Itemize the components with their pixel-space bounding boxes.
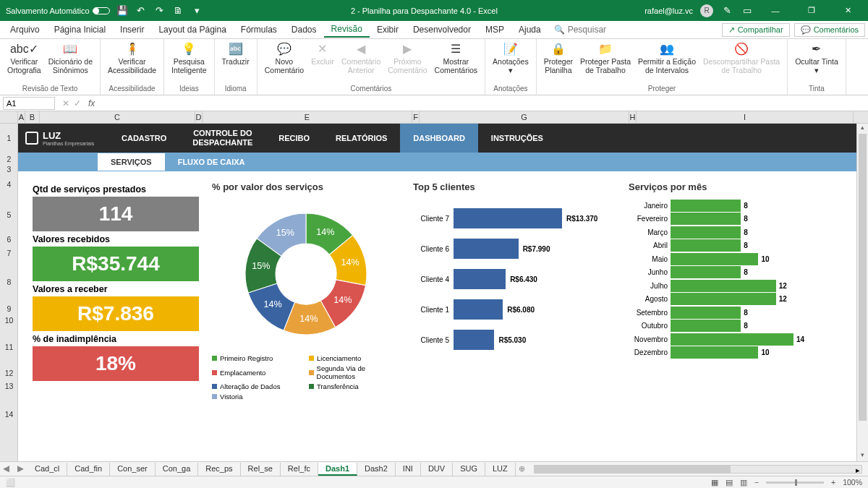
- ribbon-proteger-planilha[interactable]: 🔒ProtegerPlanilha: [541, 40, 576, 76]
- nav-cadastro[interactable]: CADASTRO: [109, 124, 179, 153]
- vertical-scrollbar[interactable]: ▴ ▾: [856, 124, 868, 461]
- name-box[interactable]: [3, 97, 55, 110]
- menu-tab-página-inicial[interactable]: Página Inicial: [47, 22, 113, 37]
- row-header-5[interactable]: 5: [0, 196, 18, 234]
- col-header-H[interactable]: H: [629, 111, 637, 124]
- ribbon-traduzir[interactable]: 🔤Traduzir: [219, 40, 252, 68]
- col-header-D[interactable]: D: [195, 111, 203, 124]
- menu-tab-revisão[interactable]: Revisão: [324, 22, 370, 38]
- ribbon-novo-comentário[interactable]: 💬NovoComentário: [262, 40, 307, 76]
- toggle-off-icon[interactable]: [93, 7, 110, 14]
- avatar[interactable]: R: [700, 4, 713, 17]
- row-header-10[interactable]: 10: [0, 314, 18, 326]
- sheet-tab-rel_fc[interactable]: Rel_fc: [281, 463, 318, 476]
- sheet-tab-dash2[interactable]: Dash2: [357, 463, 396, 476]
- cancel-formula-icon[interactable]: ✕: [62, 98, 69, 108]
- redo-icon[interactable]: ↷: [153, 4, 166, 17]
- quickprint-icon[interactable]: 🗎: [172, 4, 185, 17]
- tab-nav-last-icon[interactable]: ⯈: [14, 465, 27, 474]
- undo-icon[interactable]: ↶: [135, 4, 148, 17]
- row-header-3[interactable]: 3: [0, 166, 18, 173]
- nav-relatórios[interactable]: RELATÓRIOS: [323, 124, 400, 153]
- menu-tab-inserir[interactable]: Inserir: [113, 22, 151, 37]
- ribbon-dicionário-de-sinônimos[interactable]: 📖Dicionário deSinônimos: [46, 40, 95, 76]
- nav-dashboard[interactable]: DASHBOARD: [400, 124, 478, 153]
- scroll-thumb[interactable]: [535, 466, 731, 473]
- new-sheet-icon[interactable]: ⊕: [516, 464, 528, 474]
- sheet-tab-luz[interactable]: LUZ: [485, 463, 516, 476]
- sheet-tab-con_ga[interactable]: Con_ga: [156, 463, 199, 476]
- col-header-A[interactable]: A: [18, 111, 25, 124]
- sheet-tab-duv[interactable]: DUV: [421, 463, 453, 476]
- tab-nav-first-icon[interactable]: ⯇: [0, 465, 14, 474]
- menu-tab-fórmulas[interactable]: Fórmulas: [234, 22, 284, 37]
- nav-recibo[interactable]: RECIBO: [265, 124, 323, 153]
- menu-tab-layout-da-página[interactable]: Layout da Página: [151, 22, 233, 37]
- sheet-tab-dash1[interactable]: Dash1: [318, 463, 357, 476]
- ribbon-anotações-[interactable]: 📝Anotações▾: [490, 40, 532, 76]
- fx-icon[interactable]: fx: [85, 98, 98, 108]
- col-header-C[interactable]: C: [40, 111, 195, 124]
- row-header-4[interactable]: 4: [0, 173, 18, 196]
- zoom-slider[interactable]: [766, 481, 824, 484]
- row-header-7[interactable]: 7: [0, 245, 18, 261]
- scroll-down-icon[interactable]: ▾: [857, 451, 868, 461]
- sheet-tab-cad_fin[interactable]: Cad_fin: [67, 463, 110, 476]
- ribbon-proteger-pasta-de-trabalho[interactable]: 📁Proteger Pastade Trabalho: [577, 40, 634, 76]
- share-button[interactable]: ↗Compartilhar: [722, 23, 790, 37]
- row-header-8[interactable]: 8: [0, 261, 18, 303]
- ribbon-pesquisa-inteligente[interactable]: 💡PesquisaInteligente: [169, 40, 209, 76]
- row-header-13[interactable]: 13: [0, 378, 18, 394]
- macro-record-icon[interactable]: ⬜: [6, 478, 15, 487]
- autosave-toggle[interactable]: Salvamento Automático: [6, 7, 110, 15]
- ribbon-mostrar-comentários[interactable]: ☰MostrarComentários: [432, 40, 481, 76]
- row-header-12[interactable]: 12: [0, 368, 18, 378]
- menu-tab-desenvolvedor[interactable]: Desenvolvedor: [406, 22, 478, 37]
- select-all-corner[interactable]: [0, 111, 18, 123]
- menu-tab-ajuda[interactable]: Ajuda: [511, 22, 548, 37]
- customize-qat-icon[interactable]: ▾: [191, 4, 204, 17]
- row-header-14[interactable]: 14: [0, 394, 18, 435]
- col-header-F[interactable]: F: [412, 111, 420, 124]
- sheet-tab-rec_ps[interactable]: Rec_ps: [198, 463, 240, 476]
- save-icon[interactable]: 💾: [116, 4, 129, 17]
- comments-button[interactable]: 💬Comentários: [794, 23, 865, 37]
- user-email[interactable]: rafael@luz.vc: [644, 7, 693, 15]
- scroll-up-icon[interactable]: ▴: [857, 124, 868, 134]
- maximize-button[interactable]: ❐: [797, 0, 826, 21]
- subtab-serviços[interactable]: SERVIÇOS: [98, 153, 165, 171]
- row-header-1[interactable]: 1: [0, 124, 18, 153]
- scroll-thumb[interactable]: [859, 134, 867, 421]
- ribbon-verificar-ortografia[interactable]: abc✓VerificarOrtografia: [4, 40, 44, 76]
- view-normal-icon[interactable]: ▦: [711, 478, 718, 487]
- menu-tab-arquivo[interactable]: Arquivo: [3, 22, 47, 37]
- row-header-11[interactable]: 11: [0, 326, 18, 368]
- sheet-tab-sug[interactable]: SUG: [453, 463, 485, 476]
- subtab-fluxo-de-caixa[interactable]: FLUXO DE CAIXA: [165, 153, 258, 171]
- close-button[interactable]: ✕: [833, 0, 862, 21]
- row-header-6[interactable]: 6: [0, 234, 18, 245]
- view-layout-icon[interactable]: ▤: [726, 478, 733, 487]
- ribbon-mode-icon[interactable]: ▭: [741, 4, 754, 17]
- row-header-9[interactable]: 9: [0, 303, 18, 314]
- nav-instruções[interactable]: INSTRUÇÕES: [478, 124, 556, 153]
- coming-soon-icon[interactable]: ✎: [720, 4, 733, 17]
- sheet-tab-rel_se[interactable]: Rel_se: [241, 463, 281, 476]
- sheet-tab-cad_cl[interactable]: Cad_cl: [27, 463, 67, 476]
- ribbon-ocultar-tinta-[interactable]: ✒Ocultar Tinta▾: [792, 40, 841, 76]
- search-input[interactable]: 🔍Pesquisar: [554, 25, 606, 35]
- row-header-2[interactable]: 2: [0, 153, 18, 166]
- formula-input[interactable]: [98, 96, 868, 110]
- ribbon-permitir-a-edição-de-intervalos[interactable]: 👥Permitir a Ediçãode Intervalos: [635, 40, 699, 76]
- sheet-tab-ini[interactable]: INI: [396, 463, 421, 476]
- col-header-E[interactable]: E: [203, 111, 412, 124]
- col-header-B[interactable]: B: [25, 111, 40, 124]
- horizontal-scrollbar[interactable]: ◂▸: [534, 465, 862, 474]
- ribbon-verificar-acessibilidade[interactable]: 🧍VerificarAcessibilidade: [105, 40, 159, 76]
- menu-tab-msp[interactable]: MSP: [478, 22, 511, 37]
- nav-controle-do-despachante[interactable]: CONTROLE DODESPACHANTE: [179, 124, 265, 153]
- zoom-level[interactable]: 100%: [843, 478, 862, 487]
- enter-formula-icon[interactable]: ✓: [74, 98, 81, 108]
- minimize-button[interactable]: —: [761, 0, 790, 21]
- sheet-tab-con_ser[interactable]: Con_ser: [110, 463, 156, 476]
